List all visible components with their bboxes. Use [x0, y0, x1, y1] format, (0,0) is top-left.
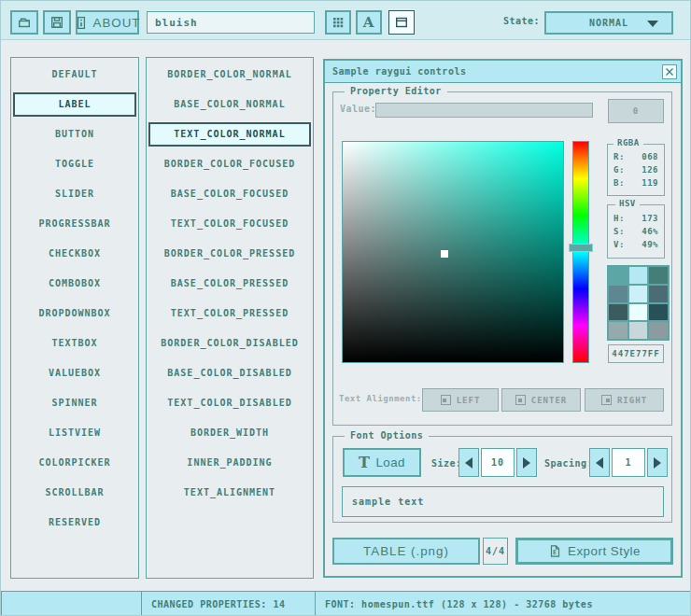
window-close-button[interactable] [662, 64, 677, 79]
about-button-label: ABOUT [93, 16, 141, 30]
chevron-down-icon [647, 21, 658, 27]
rgba-group: RGBA R: 068 G: 126 B: 119 [607, 144, 665, 196]
list-item-base_color_normal[interactable]: BASE_COLOR_NORMAL [148, 92, 311, 117]
letter-a-icon: A [363, 16, 375, 30]
font-spacing-increase-button[interactable] [647, 448, 668, 477]
hue-bar[interactable] [572, 141, 589, 363]
palette-color-swatch[interactable] [609, 286, 628, 302]
font-spacing-value-box[interactable]: 1 [612, 448, 645, 477]
palette-color-swatch[interactable] [649, 267, 668, 284]
font-options-group-label: Font Options [345, 430, 429, 441]
palette-color-swatch[interactable] [649, 322, 668, 339]
about-button[interactable]: ABOUT [76, 10, 139, 35]
window-title-bar[interactable]: Sample raygui controls [325, 61, 681, 83]
list-item-text_alignment[interactable]: TEXT_ALIGNMENT [148, 481, 311, 505]
state-label: State: [503, 16, 540, 26]
list-item-border_color_normal[interactable]: BORDER_COLOR_NORMAL [148, 63, 311, 87]
list-item-dropdownbox[interactable]: DROPDOWNBOX [13, 301, 136, 326]
export-count-box[interactable]: 4/4 [483, 538, 508, 565]
font-spacing-value: 1 [625, 457, 631, 468]
hue-selector[interactable] [569, 244, 593, 252]
list-item-listview[interactable]: LISTVIEW [13, 421, 136, 445]
list-item-combobox[interactable]: COMBOBOX [13, 272, 136, 296]
list-item-toggle[interactable]: TOGGLE [13, 152, 136, 176]
list-item-base_color_disabled[interactable]: BASE_COLOR_DISABLED [148, 361, 311, 385]
list-item-base_color_pressed[interactable]: BASE_COLOR_PRESSED [148, 272, 311, 296]
controls-view-button[interactable] [388, 10, 415, 35]
state-dropdown-value: NORMAL [589, 18, 628, 28]
s-value: 46% [642, 225, 658, 238]
color-cursor[interactable] [441, 250, 448, 258]
palette-color-swatch[interactable] [609, 304, 628, 321]
list-item-spinner[interactable]: SPINNER [13, 391, 136, 415]
list-item-text_color_focused[interactable]: TEXT_COLOR_FOCUSED [148, 212, 311, 236]
window-title: Sample raygui controls [332, 66, 466, 77]
color-saturation-value-panel[interactable] [342, 141, 564, 363]
palette-color-swatch[interactable] [649, 304, 668, 321]
font-spacing-decrease-button[interactable] [589, 448, 610, 477]
list-item-border_color_disabled[interactable]: BORDER_COLOR_DISABLED [148, 331, 311, 356]
triangle-left-icon [465, 457, 472, 469]
triangle-left-icon [596, 457, 603, 469]
list-item-border_color_focused[interactable]: BORDER_COLOR_FOCUSED [148, 152, 311, 176]
font-load-button[interactable]: T Load [343, 448, 421, 477]
state-dropdown[interactable]: NORMAL [544, 11, 673, 35]
list-item-scrollbar[interactable]: SCROLLBAR [13, 481, 136, 505]
list-item-valuebox[interactable]: VALUEBOX [13, 361, 136, 385]
style-name-input[interactable] [147, 11, 315, 34]
list-item-text_color_disabled[interactable]: TEXT_COLOR_DISABLED [148, 391, 311, 415]
list-item-colorpicker[interactable]: COLORPICKER [13, 451, 136, 475]
font-size-increase-button[interactable] [516, 448, 537, 477]
sample-text: sample text [352, 497, 424, 507]
sample-text-box[interactable]: sample text [342, 486, 664, 517]
list-item-progressbar[interactable]: PROGRESSBAR [13, 212, 136, 236]
export-style-button[interactable]: E Export Style [515, 538, 673, 565]
palette-color-swatch[interactable] [629, 286, 648, 302]
export-format-button[interactable]: TABLE (.png) [332, 538, 480, 565]
palette-color-swatch[interactable] [629, 322, 648, 339]
align-right-button[interactable]: RIGHT [585, 388, 664, 412]
palette-color-swatch[interactable] [609, 267, 628, 284]
style-table-view-button[interactable] [325, 10, 351, 35]
list-item-slider[interactable]: SLIDER [13, 182, 136, 206]
b-label: B: [613, 176, 625, 189]
r-label: R: [613, 150, 625, 163]
list-item-base_color_focused[interactable]: BASE_COLOR_FOCUSED [148, 182, 311, 206]
list-item-checkbox[interactable]: CHECKBOX [13, 242, 136, 266]
r-value: 068 [642, 150, 658, 163]
status-changed-properties: CHANGED PROPERTIES: 14 [141, 591, 316, 616]
triangle-right-icon [654, 457, 661, 469]
list-item-border_color_pressed[interactable]: BORDER_COLOR_PRESSED [148, 242, 311, 266]
font-view-button[interactable]: A [356, 10, 382, 35]
list-item-button[interactable]: BUTTON [13, 122, 136, 147]
h-value: 173 [642, 212, 658, 225]
font-size-decrease-button[interactable] [458, 448, 479, 477]
list-item-reserved[interactable]: RESERVED [13, 511, 136, 535]
value-slider[interactable] [375, 103, 593, 118]
palette-color-swatch[interactable] [649, 286, 668, 302]
save-file-button[interactable] [43, 10, 71, 35]
palette-color-swatch[interactable] [629, 267, 648, 284]
status-bar: CHANGED PROPERTIES: 14 FONT: homespun.tt… [1, 591, 691, 616]
font-size-value-box[interactable]: 10 [481, 448, 515, 477]
list-item-label[interactable]: LABEL [13, 92, 136, 117]
list-item-text_color_normal[interactable]: TEXT_COLOR_NORMAL [148, 122, 311, 147]
rguistyler-app: ABOUT A State: NORMA [0, 0, 691, 616]
open-file-button[interactable] [10, 10, 38, 35]
font-load-label: Load [375, 455, 405, 469]
hex-value-box[interactable]: 447E77FF [608, 344, 664, 363]
info-icon [75, 16, 88, 30]
align-center-button[interactable]: CENTER [501, 388, 581, 412]
palette-color-swatch[interactable] [609, 322, 628, 339]
list-item-border_width[interactable]: BORDER_WIDTH [148, 421, 311, 445]
align-right-label: RIGHT [617, 396, 647, 405]
palette-color-swatch[interactable] [629, 304, 648, 321]
list-item-inner_padding[interactable]: INNER_PADDING [148, 451, 311, 475]
list-item-text_color_pressed[interactable]: TEXT_COLOR_PRESSED [148, 301, 311, 326]
list-item-textbox[interactable]: TEXTBOX [13, 331, 136, 356]
value-number-box[interactable]: 0 [608, 99, 664, 123]
list-item-default[interactable]: DEFAULT [13, 63, 136, 87]
folder-open-icon [17, 15, 32, 30]
value-number: 0 [633, 106, 639, 116]
align-left-button[interactable]: LEFT [422, 388, 499, 412]
